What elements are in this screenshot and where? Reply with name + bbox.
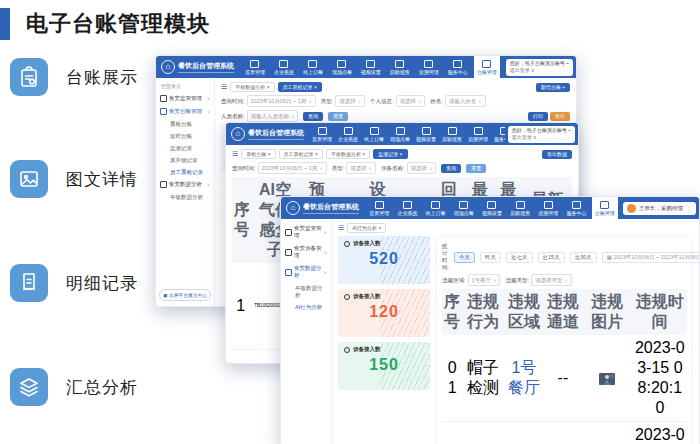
- violation-row[interactable]: 01帽子检测1号餐厅--2023-03-15 08:20:10: [442, 335, 687, 422]
- time-option[interactable]: 近15天: [538, 252, 565, 263]
- big-screen-center-button[interactable]: ▣ 大屏平台展示中心: [159, 289, 211, 301]
- nav-item-label: 追溯管理: [468, 136, 488, 142]
- export-data-button[interactable]: 导出数据: [542, 150, 572, 159]
- nav-item[interactable]: 服务中心: [445, 56, 471, 78]
- filter-input[interactable]: 2023年10月06日 ~ 1周∨: [247, 95, 316, 107]
- time-option[interactable]: 今天: [454, 252, 475, 263]
- tab[interactable]: 平板数据分析 ×: [326, 149, 370, 159]
- logout-link[interactable]: 退出登录 ∨: [512, 134, 571, 142]
- print-button[interactable]: 打印: [528, 112, 548, 121]
- nav-item[interactable]: 后勤巡查: [439, 123, 465, 145]
- tab[interactable]: 员工晨检记录 ×: [278, 82, 322, 92]
- reset-button[interactable]: 重置: [328, 112, 348, 121]
- nav-item[interactable]: 现场点餐: [387, 123, 413, 145]
- filter-input[interactable]: 请输入人员名称∨: [247, 110, 299, 122]
- page-header: 电子台账管理模块: [0, 8, 210, 40]
- filter-input[interactable]: 请选择∨: [396, 95, 426, 107]
- nav-item-label: 追溯管理: [419, 69, 439, 75]
- add-ledger-button[interactable]: 新增台账 +: [536, 83, 570, 92]
- sidebar-subitem[interactable]: AI行为分析: [281, 301, 331, 313]
- sidebar-item[interactable]: 食安监管管理∨: [156, 92, 214, 105]
- nav-item[interactable]: 台账管理: [592, 197, 618, 219]
- user-info[interactable]: 王班长，采购经理⋮: [623, 202, 696, 215]
- nav-item[interactable]: 现场点餐: [329, 56, 355, 78]
- nav-item[interactable]: 首页管理: [366, 197, 392, 219]
- sidebar-subitem[interactable]: 平板数据分析: [281, 282, 331, 301]
- filter-input[interactable]: 请选择∨: [335, 95, 365, 107]
- nav-item[interactable]: 视频设置: [358, 56, 384, 78]
- time-option[interactable]: 近30天: [570, 252, 597, 263]
- reset-button[interactable]: 重置: [466, 164, 486, 173]
- menu-toggle-icon[interactable]: ☰: [221, 83, 227, 91]
- feature-item: 明细记录: [10, 264, 138, 302]
- search-button[interactable]: 查询: [441, 164, 461, 173]
- filter-input[interactable]: 请选择∨: [407, 162, 437, 174]
- nav-item[interactable]: 现场点餐: [451, 197, 477, 219]
- nav-item[interactable]: 台账管理: [474, 56, 500, 78]
- nav-item[interactable]: 后勤巡查: [387, 56, 413, 78]
- sidebar-subitem[interactable]: 员工晨检记录: [156, 166, 214, 178]
- caret-icon: ∨: [493, 278, 496, 283]
- nav-item[interactable]: 追溯管理: [416, 56, 442, 78]
- nav-item[interactable]: 首页管理: [242, 56, 268, 78]
- user-info[interactable]: 您好，电子台账演示账号 ~退出登录 ∨: [508, 126, 575, 143]
- filter-input[interactable]: 请选择类型∨: [531, 274, 572, 286]
- menu-toggle-icon[interactable]: ☰: [338, 224, 344, 232]
- nav-item[interactable]: 后勤巡查: [507, 197, 533, 219]
- tab[interactable]: 员工晨检记录 ×: [279, 149, 323, 159]
- nav-item[interactable]: 企业系统: [394, 197, 420, 219]
- logout-link[interactable]: 退出登录 ∨: [510, 67, 569, 75]
- nav-item[interactable]: 视频设置: [479, 197, 505, 219]
- nav-item[interactable]: 线上订餐: [423, 197, 449, 219]
- date-range-picker[interactable]: ▦ 2023年10月06日 ~ 2023年11月06日: [602, 252, 699, 263]
- sidebar-subitem[interactable]: 废弃物记录: [156, 154, 214, 166]
- sidebar-item[interactable]: 食安数据分析∨: [281, 262, 331, 282]
- nav-item[interactable]: 线上订餐: [300, 56, 326, 78]
- sidebar-item[interactable]: 食安台账管理∨: [156, 105, 214, 118]
- nav-item[interactable]: 首页管理: [309, 123, 335, 145]
- sidebar-item[interactable]: 食安监管管理∨: [281, 222, 331, 242]
- filter-input[interactable]: 2023年10月06日 ~ 1周∨: [258, 162, 327, 174]
- filter-field: 类型:请选择∨: [321, 95, 365, 107]
- tab[interactable]: AI行为分析 ×: [347, 223, 386, 233]
- tab[interactable]: 监测记录 ×: [373, 149, 407, 159]
- nav-item[interactable]: 企业系统: [335, 123, 361, 145]
- export-button[interactable]: 导出: [550, 112, 570, 121]
- filter-input[interactable]: 1号餐厅∨: [468, 274, 501, 286]
- nav-item[interactable]: 服务中心: [564, 197, 590, 219]
- tab[interactable]: 平板数据分析 ×: [230, 82, 274, 92]
- table-cell[interactable]: 1号餐厅: [504, 355, 544, 401]
- table-cell: 帽子检测: [462, 355, 504, 401]
- nav-item[interactable]: 追溯管理: [535, 197, 561, 219]
- violation-row[interactable]: 02帽子检测1号餐厅--2023-03-15 08:20:10: [442, 422, 687, 444]
- nav-item[interactable]: 线上订餐: [361, 123, 387, 145]
- nav-item[interactable]: 视频设置: [413, 123, 439, 145]
- search-button[interactable]: 查询: [303, 112, 323, 121]
- tab[interactable]: 晨检台账 ×: [241, 149, 275, 159]
- caret-icon: ∨: [369, 166, 372, 171]
- menu-icon: [285, 229, 292, 236]
- sidebar-subitem[interactable]: 监测记录: [156, 142, 214, 154]
- menu-toggle-icon[interactable]: ☰: [232, 150, 238, 158]
- sidebar-subitem[interactable]: 晨检台账: [156, 118, 214, 130]
- time-filter-row: 统计时间:今天昨天近七天近15天近30天▦ 2023年10月06日 ~ 2023…: [442, 243, 687, 271]
- nav-item[interactable]: 服务中心: [491, 123, 505, 145]
- time-option[interactable]: 昨天: [480, 252, 501, 263]
- filter-input[interactable]: 请选择∨: [346, 162, 376, 174]
- sidebar-item[interactable]: 食安数据分析∨: [156, 178, 214, 191]
- receipt-icon: [10, 264, 48, 302]
- nav-item[interactable]: 企业系统: [271, 56, 297, 78]
- nav-icon: [375, 201, 384, 209]
- sidebar-subitem[interactable]: 平板数据分析: [156, 191, 214, 203]
- user-info[interactable]: 您好，电子台账演示账号 ~退出登录 ∨: [506, 59, 573, 76]
- sidebar-item[interactable]: 食安设备管理∨: [281, 242, 331, 262]
- sidebar-subitem[interactable]: 留样台账: [156, 130, 214, 142]
- nav-icon: [396, 127, 405, 135]
- nav-item[interactable]: 追溯管理: [465, 123, 491, 145]
- avatar: [627, 204, 636, 213]
- kebab-menu-icon[interactable]: ⋮: [686, 205, 692, 212]
- time-option[interactable]: 近七天: [506, 252, 533, 263]
- filter-input[interactable]: 请输入姓名∨: [445, 95, 486, 107]
- nav-icon: [482, 60, 491, 68]
- app-logo: ⌂餐饮后台管理系统: [159, 56, 236, 78]
